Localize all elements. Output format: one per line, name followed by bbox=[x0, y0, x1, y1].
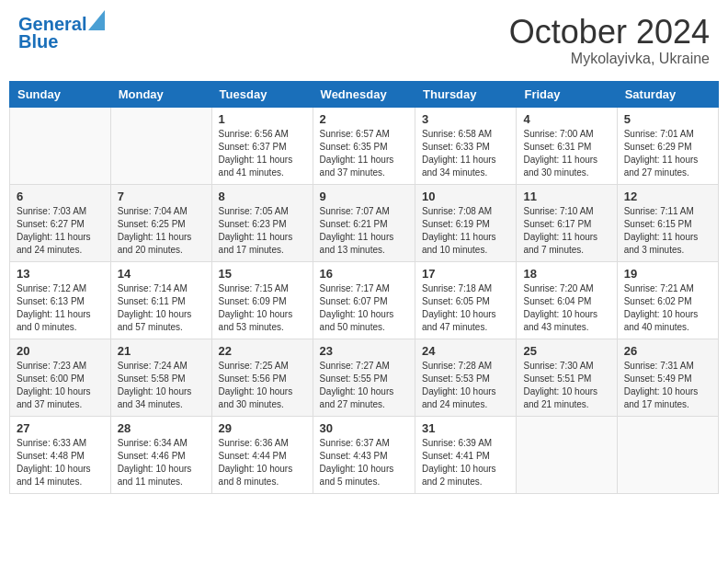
day-number: 24 bbox=[422, 344, 509, 358]
calendar-header-sunday: Sunday bbox=[10, 81, 111, 107]
calendar-cell: 14Sunrise: 7:14 AM Sunset: 6:11 PM Dayli… bbox=[110, 261, 211, 339]
calendar-cell: 23Sunrise: 7:27 AM Sunset: 5:55 PM Dayli… bbox=[313, 339, 415, 416]
day-number: 10 bbox=[422, 190, 509, 203]
calendar-cell: 24Sunrise: 7:28 AM Sunset: 5:53 PM Dayli… bbox=[415, 339, 517, 416]
day-number: 30 bbox=[320, 421, 408, 435]
day-info: Sunrise: 7:10 AM Sunset: 6:17 PM Dayligh… bbox=[523, 205, 609, 257]
calendar-cell: 9Sunrise: 7:07 AM Sunset: 6:21 PM Daylig… bbox=[313, 184, 415, 261]
day-info: Sunrise: 7:27 AM Sunset: 5:55 PM Dayligh… bbox=[320, 360, 408, 411]
day-info: Sunrise: 6:57 AM Sunset: 6:35 PM Dayligh… bbox=[320, 128, 408, 179]
day-number: 12 bbox=[624, 190, 711, 203]
day-number: 16 bbox=[320, 267, 408, 281]
calendar-cell: 1Sunrise: 6:56 AM Sunset: 6:37 PM Daylig… bbox=[211, 107, 313, 184]
calendar-cell bbox=[10, 107, 111, 184]
calendar-cell: 11Sunrise: 7:10 AM Sunset: 6:17 PM Dayli… bbox=[517, 184, 617, 261]
calendar-cell: 25Sunrise: 7:30 AM Sunset: 5:51 PM Dayli… bbox=[517, 339, 617, 416]
day-number: 11 bbox=[523, 190, 609, 203]
day-number: 27 bbox=[17, 421, 104, 435]
day-number: 13 bbox=[17, 267, 104, 281]
calendar-cell: 28Sunrise: 6:34 AM Sunset: 4:46 PM Dayli… bbox=[110, 416, 211, 493]
day-number: 15 bbox=[219, 267, 306, 281]
calendar-cell: 27Sunrise: 6:33 AM Sunset: 4:48 PM Dayli… bbox=[10, 416, 111, 493]
day-number: 6 bbox=[17, 190, 104, 203]
calendar-cell: 2Sunrise: 6:57 AM Sunset: 6:35 PM Daylig… bbox=[313, 107, 415, 184]
calendar-cell: 20Sunrise: 7:23 AM Sunset: 6:00 PM Dayli… bbox=[10, 339, 111, 416]
page-header: General Blue October 2024 Mykolayivka, U… bbox=[9, 9, 719, 72]
day-number: 9 bbox=[320, 190, 408, 203]
day-info: Sunrise: 7:12 AM Sunset: 6:13 PM Dayligh… bbox=[17, 282, 104, 334]
logo-text-blue: Blue bbox=[18, 31, 58, 52]
day-info: Sunrise: 7:11 AM Sunset: 6:15 PM Dayligh… bbox=[624, 205, 711, 257]
calendar-header-tuesday: Tuesday bbox=[211, 81, 313, 107]
day-number: 2 bbox=[320, 112, 408, 126]
calendar-week-row: 20Sunrise: 7:23 AM Sunset: 6:00 PM Dayli… bbox=[10, 339, 719, 416]
calendar-cell: 8Sunrise: 7:05 AM Sunset: 6:23 PM Daylig… bbox=[211, 184, 313, 261]
svg-marker-0 bbox=[88, 10, 105, 30]
calendar-cell bbox=[110, 107, 211, 184]
day-info: Sunrise: 7:31 AM Sunset: 5:49 PM Dayligh… bbox=[624, 360, 711, 411]
day-number: 17 bbox=[422, 267, 509, 281]
day-info: Sunrise: 7:23 AM Sunset: 6:00 PM Dayligh… bbox=[17, 360, 104, 411]
calendar-cell: 6Sunrise: 7:03 AM Sunset: 6:27 PM Daylig… bbox=[10, 184, 111, 261]
calendar-cell: 19Sunrise: 7:21 AM Sunset: 6:02 PM Dayli… bbox=[617, 261, 718, 339]
day-info: Sunrise: 7:14 AM Sunset: 6:11 PM Dayligh… bbox=[118, 282, 205, 334]
day-info: Sunrise: 6:56 AM Sunset: 6:37 PM Dayligh… bbox=[219, 128, 306, 179]
calendar-cell bbox=[517, 416, 617, 493]
day-number: 14 bbox=[118, 267, 205, 281]
day-number: 22 bbox=[219, 344, 306, 358]
day-info: Sunrise: 7:20 AM Sunset: 6:04 PM Dayligh… bbox=[523, 282, 609, 334]
calendar-cell: 29Sunrise: 6:36 AM Sunset: 4:44 PM Dayli… bbox=[211, 416, 313, 493]
calendar-header-friday: Friday bbox=[517, 81, 617, 107]
calendar-cell: 21Sunrise: 7:24 AM Sunset: 5:58 PM Dayli… bbox=[110, 339, 211, 416]
day-info: Sunrise: 7:18 AM Sunset: 6:05 PM Dayligh… bbox=[422, 282, 509, 334]
day-info: Sunrise: 7:00 AM Sunset: 6:31 PM Dayligh… bbox=[523, 128, 609, 179]
day-info: Sunrise: 7:01 AM Sunset: 6:29 PM Dayligh… bbox=[624, 128, 711, 179]
calendar-cell: 30Sunrise: 6:37 AM Sunset: 4:43 PM Dayli… bbox=[313, 416, 415, 493]
calendar-week-row: 27Sunrise: 6:33 AM Sunset: 4:48 PM Dayli… bbox=[10, 416, 719, 493]
day-number: 21 bbox=[118, 344, 205, 358]
calendar-week-row: 1Sunrise: 6:56 AM Sunset: 6:37 PM Daylig… bbox=[10, 107, 719, 184]
calendar-cell bbox=[617, 416, 718, 493]
day-number: 20 bbox=[17, 344, 104, 358]
calendar-cell: 26Sunrise: 7:31 AM Sunset: 5:49 PM Dayli… bbox=[617, 339, 718, 416]
day-number: 26 bbox=[624, 344, 711, 358]
day-number: 4 bbox=[523, 112, 609, 126]
logo: General Blue bbox=[18, 14, 105, 52]
calendar-cell: 17Sunrise: 7:18 AM Sunset: 6:05 PM Dayli… bbox=[415, 261, 517, 339]
month-title: October 2024 bbox=[509, 14, 710, 51]
location-subtitle: Mykolayivka, Ukraine bbox=[509, 51, 710, 67]
calendar-cell: 18Sunrise: 7:20 AM Sunset: 6:04 PM Dayli… bbox=[517, 261, 617, 339]
calendar-week-row: 6Sunrise: 7:03 AM Sunset: 6:27 PM Daylig… bbox=[10, 184, 719, 261]
day-info: Sunrise: 7:24 AM Sunset: 5:58 PM Dayligh… bbox=[118, 360, 205, 411]
calendar-cell: 5Sunrise: 7:01 AM Sunset: 6:29 PM Daylig… bbox=[617, 107, 718, 184]
calendar-table: SundayMondayTuesdayWednesdayThursdayFrid… bbox=[9, 81, 719, 494]
calendar-cell: 16Sunrise: 7:17 AM Sunset: 6:07 PM Dayli… bbox=[313, 261, 415, 339]
day-number: 29 bbox=[219, 421, 306, 435]
calendar-cell: 22Sunrise: 7:25 AM Sunset: 5:56 PM Dayli… bbox=[211, 339, 313, 416]
day-number: 31 bbox=[422, 421, 509, 435]
day-info: Sunrise: 7:21 AM Sunset: 6:02 PM Dayligh… bbox=[624, 282, 711, 334]
calendar-header-row: SundayMondayTuesdayWednesdayThursdayFrid… bbox=[10, 81, 719, 107]
logo-bird-icon bbox=[88, 10, 105, 30]
day-number: 3 bbox=[422, 112, 509, 126]
calendar-cell: 15Sunrise: 7:15 AM Sunset: 6:09 PM Dayli… bbox=[211, 261, 313, 339]
day-info: Sunrise: 7:03 AM Sunset: 6:27 PM Dayligh… bbox=[17, 205, 104, 257]
day-info: Sunrise: 7:04 AM Sunset: 6:25 PM Dayligh… bbox=[118, 205, 205, 257]
day-info: Sunrise: 7:15 AM Sunset: 6:09 PM Dayligh… bbox=[219, 282, 306, 334]
calendar-cell: 12Sunrise: 7:11 AM Sunset: 6:15 PM Dayli… bbox=[617, 184, 718, 261]
day-info: Sunrise: 7:05 AM Sunset: 6:23 PM Dayligh… bbox=[219, 205, 306, 257]
day-info: Sunrise: 7:08 AM Sunset: 6:19 PM Dayligh… bbox=[422, 205, 509, 257]
day-number: 8 bbox=[219, 190, 306, 203]
calendar-header-saturday: Saturday bbox=[617, 81, 718, 107]
calendar-cell: 31Sunrise: 6:39 AM Sunset: 4:41 PM Dayli… bbox=[415, 416, 517, 493]
day-number: 23 bbox=[320, 344, 408, 358]
day-info: Sunrise: 6:37 AM Sunset: 4:43 PM Dayligh… bbox=[320, 437, 408, 488]
day-number: 18 bbox=[523, 267, 609, 281]
day-number: 28 bbox=[118, 421, 205, 435]
day-info: Sunrise: 6:36 AM Sunset: 4:44 PM Dayligh… bbox=[219, 437, 306, 488]
day-info: Sunrise: 7:25 AM Sunset: 5:56 PM Dayligh… bbox=[219, 360, 306, 411]
day-info: Sunrise: 6:33 AM Sunset: 4:48 PM Dayligh… bbox=[17, 437, 104, 488]
calendar-cell: 13Sunrise: 7:12 AM Sunset: 6:13 PM Dayli… bbox=[10, 261, 111, 339]
calendar-header-wednesday: Wednesday bbox=[313, 81, 415, 107]
calendar-header-monday: Monday bbox=[110, 81, 211, 107]
